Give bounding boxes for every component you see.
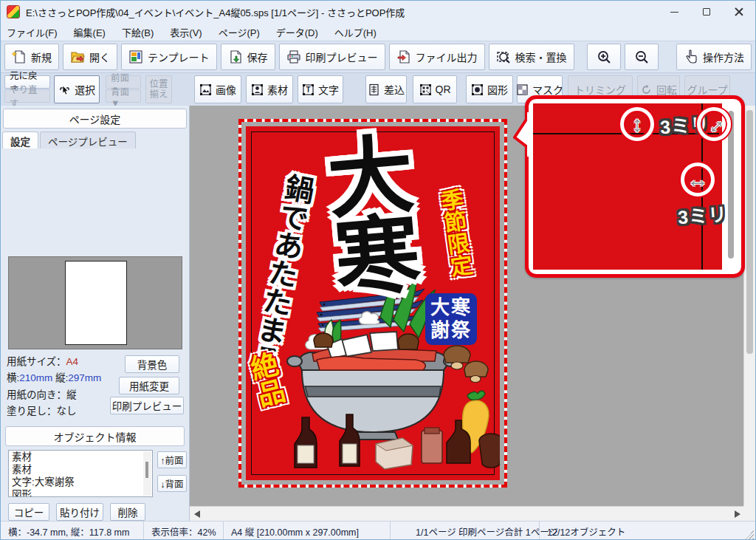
background-color-button[interactable]: 背景色 — [125, 355, 179, 373]
image-icon — [199, 83, 212, 96]
paper-preview-area — [8, 256, 182, 349]
text-tool-button[interactable]: T 文字 — [298, 75, 343, 103]
mask-icon — [516, 83, 529, 96]
status-paper-size: A4 縦 [210.00mm x 297.00mm] — [224, 522, 391, 540]
open-folder-icon — [70, 49, 85, 64]
status-page-count: 1/1ページ 印刷ページ合計 1ページ — [408, 522, 540, 540]
side-panel: ページ設定 設定 ページプレビュー 用紙サイズ：A4 横:210mm 縦:297… — [1, 106, 190, 521]
maximize-icon — [703, 8, 710, 16]
paper-change-button[interactable]: 用紙変更 — [119, 377, 179, 394]
object-back-button[interactable]: ↓背面 — [157, 475, 187, 492]
close-button[interactable] — [723, 1, 755, 23]
object-list-item[interactable]: 図形 — [12, 489, 149, 497]
shape-icon — [471, 83, 484, 96]
print-preview-side-button[interactable]: 印刷プレビュー — [110, 397, 184, 414]
vertical-arrow-icon: ↕ — [632, 112, 643, 137]
maximize-button[interactable] — [690, 1, 723, 23]
object-info-header[interactable]: オブジェクト情報 — [5, 426, 185, 446]
zoom-out-icon — [634, 49, 649, 64]
file-output-button[interactable]: ファイル出力 — [389, 44, 485, 70]
scroll-right-arrow-icon[interactable] — [735, 510, 740, 518]
diagonal-arrow-circle: ↔ — [697, 107, 731, 141]
poster-artboard[interactable]: 鍋であたたまる 大寒 季節限定 絶品 大寒 謝祭 — [246, 126, 500, 480]
copy-button[interactable]: コピー — [8, 503, 49, 521]
object-list-item[interactable]: 文字:大寒謝祭 — [12, 476, 149, 489]
save-button[interactable]: 保存 — [221, 44, 275, 70]
redo-button[interactable]: やり直す — [4, 89, 50, 103]
bleed-right-label: 3ミリ — [677, 199, 728, 230]
select-cursor-icon — [58, 83, 71, 96]
menu-data[interactable]: データ(D) — [276, 25, 318, 39]
qr-icon — [419, 83, 432, 96]
scroll-left-arrow-icon[interactable] — [194, 510, 200, 518]
object-list[interactable]: 素材 素材 文字:大寒謝祭 図形 素材 — [8, 450, 153, 497]
horizontal-arrow-circle: ↔ — [681, 163, 715, 196]
print-preview-button[interactable]: 印刷プレビュー — [279, 44, 385, 70]
app-icon — [7, 5, 20, 18]
menu-page[interactable]: ページ(P) — [219, 25, 260, 39]
menu-bar: ファイル(F) 編集(E) 下絵(B) 表示(V) ページ(P) データ(D) … — [1, 23, 755, 41]
poster-title-text[interactable]: 大寒 — [316, 129, 415, 295]
menu-file[interactable]: ファイル(F) — [7, 25, 58, 39]
canvas-vertical-scrollbar[interactable] — [743, 106, 755, 506]
paper-size-value: A4 — [66, 356, 79, 367]
zoom-in-button[interactable] — [587, 44, 621, 70]
paper-thumbnail — [65, 261, 127, 345]
align-button[interactable]: 位置揃え — [145, 75, 172, 103]
bleed-callout-bubble: ↕ 3ミリ ↔ ↔ 3ミリ — [525, 95, 745, 278]
resize-grip[interactable] — [745, 530, 754, 539]
canvas-horizontal-scrollbar[interactable] — [190, 506, 745, 521]
qr-tool-button[interactable]: QR — [413, 75, 457, 103]
search-replace-icon — [496, 49, 511, 64]
paste-button[interactable]: 貼り付け — [56, 503, 103, 521]
scrollbar-corner — [743, 506, 755, 521]
rotate-icon — [640, 83, 653, 96]
zoom-out-button[interactable] — [625, 44, 659, 70]
diagonal-arrow-icon: ↔ — [697, 107, 730, 140]
tab-page-preview[interactable]: ページプレビュー — [40, 131, 136, 148]
search-replace-button[interactable]: 検索・置換 — [489, 44, 574, 70]
object-front-button[interactable]: ↑前面 — [157, 451, 187, 468]
merge-tool-button[interactable]: 差込 — [365, 75, 407, 103]
template-button[interactable]: テンプレート — [121, 44, 217, 70]
delete-button[interactable]: 削除 — [110, 503, 145, 521]
new-file-icon — [12, 49, 27, 64]
close-icon — [735, 7, 743, 16]
new-button[interactable]: 新規 — [4, 44, 59, 70]
minimize-icon — [670, 12, 678, 13]
object-list-scrollbar[interactable] — [143, 451, 151, 496]
object-list-item[interactable]: 素材 — [12, 464, 149, 476]
menu-edit[interactable]: 編集(E) — [74, 25, 106, 39]
hand-pointer-icon — [684, 49, 698, 64]
festival-badge[interactable]: 大寒 謝祭 — [425, 293, 477, 345]
minimize-button[interactable] — [658, 1, 690, 23]
tab-settings[interactable]: 設定 — [2, 131, 38, 148]
paper-info: 用紙サイズ：A4 横:210mm 縦:297mm 用紙の向き：縦 塗り足し：なし — [7, 354, 117, 420]
pot-contents-illustration — [312, 332, 436, 370]
send-back-button[interactable]: 背面▼ — [106, 89, 141, 103]
window-title: E:\ささっとPOP作成\04_イベント\イベント_A4縦05.sps [1/1… — [26, 5, 405, 19]
open-button[interactable]: 開く — [63, 44, 117, 70]
material-tool-button[interactable]: 素材 — [246, 75, 293, 103]
svg-text:T: T — [306, 86, 310, 94]
callout-magnified-corner: ↕ 3ミリ ↔ ↔ 3ミリ — [533, 103, 737, 270]
status-zoom-level: 表示倍率：42% — [144, 522, 224, 540]
object-list-item[interactable]: 素材 — [12, 451, 149, 464]
page-settings-header[interactable]: ページ設定 — [3, 109, 187, 129]
app-window: E:\ささっとPOP作成\04_イベント\イベント_A4縦05.sps [1/1… — [0, 0, 756, 540]
vertical-arrow-circle: ↕ — [620, 107, 654, 141]
menu-draft[interactable]: 下絵(B) — [122, 25, 154, 39]
merge-doc-icon — [368, 83, 380, 96]
select-tool-button[interactable]: 選択 — [54, 75, 100, 103]
menu-view[interactable]: 表示(V) — [170, 25, 202, 39]
template-icon — [128, 49, 143, 64]
image-tool-button[interactable]: 画像 — [194, 75, 241, 103]
status-object-count: 12/12オブジェクト — [540, 522, 633, 540]
title-bar: E:\ささっとPOP作成\04_イベント\イベント_A4縦05.sps [1/1… — [1, 1, 755, 23]
material-stamp-icon — [251, 83, 264, 96]
menu-help[interactable]: ヘルプ(H) — [334, 25, 377, 39]
save-icon — [228, 49, 243, 64]
shape-tool-button[interactable]: 図形 — [466, 75, 513, 103]
status-cursor-position: 横：-34.7 mm, 縦：117.8 mm — [1, 522, 144, 540]
help-button[interactable]: 操作方法 — [676, 44, 752, 70]
